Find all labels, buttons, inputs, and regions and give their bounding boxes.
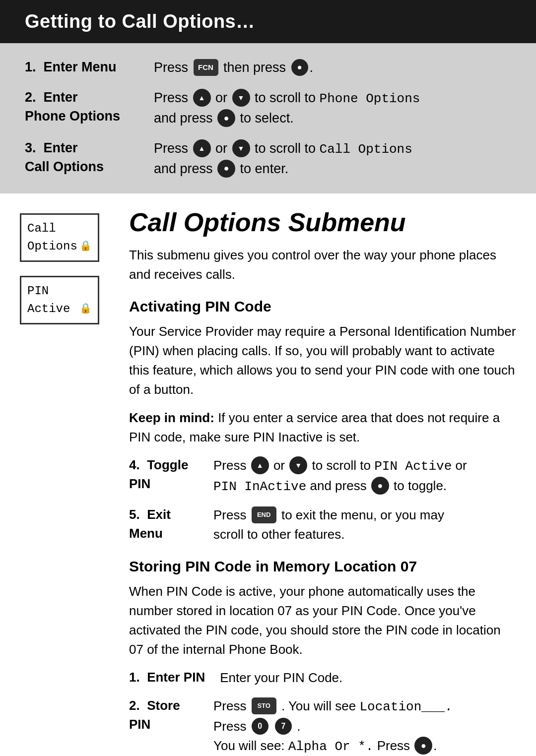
- alpha-or-text: Alpha Or *.: [288, 739, 374, 754]
- step-3-label: 3. EnterCall Options: [25, 139, 134, 177]
- up-arrow-icon: ▲: [193, 89, 211, 107]
- step-4-row: 4. TogglePIN Press ▲ or ▼ to scroll to P…: [129, 456, 516, 497]
- select-button-icon-2: ●: [217, 109, 235, 127]
- intro-text: This submenu gives you control over the …: [129, 246, 516, 284]
- header-banner: Getting to Call Options…: [0, 0, 536, 43]
- lock-icon-1: 🔒: [79, 239, 92, 254]
- storing-step-1-desc: Enter your PIN Code.: [220, 668, 516, 688]
- up-arrow-icon-2: ▲: [193, 139, 211, 157]
- screen-line-1: Call: [27, 220, 92, 238]
- down-arrow-icon-2: ▼: [232, 139, 250, 157]
- step-4-desc: Press ▲ or ▼ to scroll to PIN Active or …: [213, 456, 516, 497]
- step-4-label: 4. TogglePIN: [129, 456, 199, 493]
- activating-pin-body1: Your Service Provider may require a Pers…: [129, 322, 516, 399]
- getting-section: 1. Enter Menu Press FCN then press ●. 2.…: [0, 43, 536, 193]
- pin-active-text: PIN Active: [374, 459, 452, 474]
- main-content: Call Options 🔒 PIN Active 🔒 Call: [0, 208, 536, 756]
- down-arrow-icon-3: ▼: [289, 456, 307, 474]
- storing-step-2-desc: Press STO . You will see Location___. Pr…: [213, 696, 516, 756]
- phone-options-text: Phone Options: [320, 91, 420, 106]
- sidebar: Call Options 🔒 PIN Active 🔒: [20, 208, 119, 756]
- lock-icon-2: 🔒: [79, 302, 92, 316]
- call-options-text: Call Options: [320, 142, 412, 157]
- step-3-row: 3. EnterCall Options Press ▲ or ▼ to scr…: [25, 139, 511, 179]
- end-button-icon: END: [252, 506, 276, 523]
- step-3-desc: Press ▲ or ▼ to scroll to Call Options a…: [154, 139, 511, 179]
- screen-text-call: Call: [27, 220, 56, 238]
- activating-pin-body2: Keep in mind: If you enter a service are…: [129, 408, 516, 447]
- screen-line-4: Active 🔒: [27, 300, 92, 318]
- step-2-row: 2. EnterPhone Options Press ▲ or ▼ to sc…: [25, 88, 511, 128]
- pin-steps: 4. TogglePIN Press ▲ or ▼ to scroll to P…: [129, 456, 516, 544]
- storing-pin-steps: 1. Enter PIN Enter your PIN Code. 2. Sto…: [129, 668, 516, 756]
- step-5-desc: Press END to exit the menu, or you may s…: [213, 505, 516, 544]
- screen-text-active: Active: [27, 300, 70, 318]
- screen-line-3: PIN: [27, 282, 92, 300]
- pin-inactive-text: PIN InActive: [213, 479, 306, 494]
- screen-text-pin: PIN: [27, 282, 49, 300]
- page-title: Getting to Call Options…: [25, 11, 511, 32]
- seven-button-icon: 7: [275, 718, 292, 735]
- enter-pin-desc: Enter your PIN Code.: [220, 670, 342, 685]
- screen-line-2: Options 🔒: [27, 238, 92, 255]
- sto-button-icon: STO: [252, 697, 276, 714]
- down-arrow-icon: ▼: [232, 89, 250, 107]
- location-text: Location___.: [359, 699, 452, 714]
- select-button-icon-4: ●: [371, 477, 389, 495]
- page: Getting to Call Options… 1. Enter Menu P…: [0, 0, 536, 756]
- step-2-desc: Press ▲ or ▼ to scroll to Phone Options …: [154, 88, 511, 128]
- select-button-icon: ●: [291, 59, 308, 76]
- step-1-row: 1. Enter Menu Press FCN then press ●.: [25, 58, 511, 77]
- step-1-label: 1. Enter Menu: [25, 58, 134, 77]
- pin-active-screen: PIN Active 🔒: [20, 276, 99, 324]
- keep-in-mind-label: Keep in mind:: [129, 410, 214, 425]
- zero-button-icon: 0: [252, 718, 268, 735]
- storing-pin-body1: When PIN Code is active, your phone auto…: [129, 582, 516, 659]
- submenu-title: Call Options Submenu: [129, 208, 516, 237]
- storing-step-2-label: 2. StorePIN: [129, 696, 199, 734]
- storing-step-1-label: 1. Enter PIN: [129, 668, 205, 687]
- select-button-icon-5: ●: [414, 737, 432, 755]
- main-text-area: Call Options Submenu This submenu gives …: [119, 208, 516, 756]
- step-5-label: 5. ExitMenu: [129, 505, 199, 543]
- storing-pin-title: Storing PIN Code in Memory Location 07: [129, 558, 516, 575]
- step-2-label: 2. EnterPhone Options: [25, 88, 134, 126]
- step-1-desc: Press FCN then press ●.: [154, 58, 511, 77]
- activating-pin-title: Activating PIN Code: [129, 298, 516, 315]
- step-5-row: 5. ExitMenu Press END to exit the menu, …: [129, 505, 516, 544]
- up-arrow-icon-3: ▲: [251, 456, 269, 474]
- select-button-icon-3: ●: [217, 160, 235, 178]
- storing-step-1-row: 1. Enter PIN Enter your PIN Code.: [129, 668, 516, 688]
- storing-step-2-row: 2. StorePIN Press STO . You will see Loc…: [129, 696, 516, 756]
- fcn-button-icon: FCN: [194, 59, 218, 76]
- call-options-screen: Call Options 🔒: [20, 213, 99, 262]
- screen-text-options: Options: [27, 238, 77, 255]
